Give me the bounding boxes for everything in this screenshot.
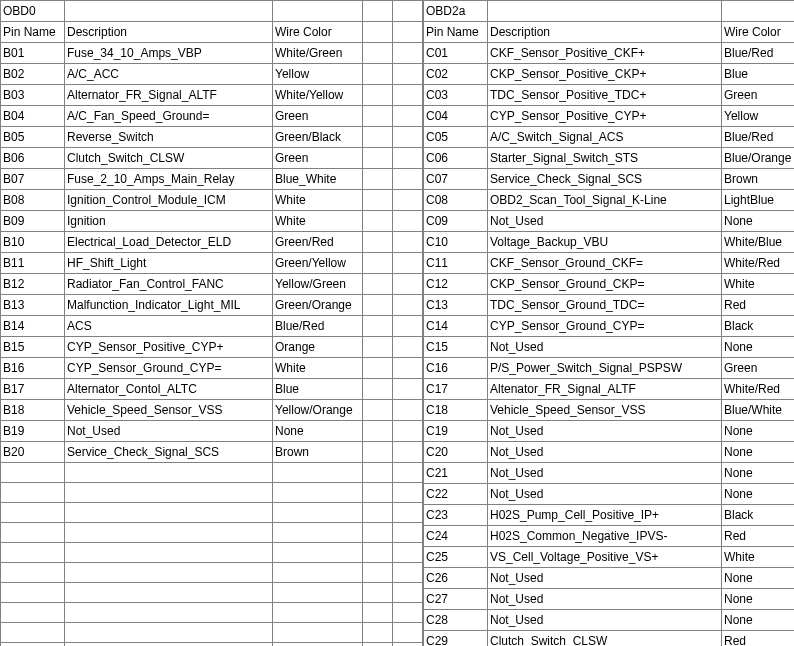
- wire-cell: None: [273, 421, 363, 442]
- table-row: C03TDC_Sensor_Positive_TDC+Green: [424, 85, 795, 106]
- empty-cell: [273, 463, 363, 483]
- empty-cell: [273, 1, 363, 22]
- wire-cell: None: [722, 442, 795, 463]
- table-row: B06Clutch_Switch_CLSWGreen: [1, 148, 423, 169]
- table-row: B18Vehicle_Speed_Sensor_VSSYellow/Orange: [1, 400, 423, 421]
- desc-cell: Clutch_Switch_CLSW: [65, 148, 273, 169]
- empty-cell: [393, 442, 423, 463]
- wire-cell: Yellow/Green: [273, 274, 363, 295]
- spreadsheet: OBD0Pin NameDescriptionWire ColorB01Fuse…: [0, 0, 794, 646]
- table-row: B05Reverse_SwitchGreen/Black: [1, 127, 423, 148]
- desc-cell: CKP_Sensor_Ground_CKP=: [488, 274, 722, 295]
- empty-cell: [65, 563, 273, 583]
- pin-cell: B20: [1, 442, 65, 463]
- pin-cell: B18: [1, 400, 65, 421]
- desc-cell: H02S_Pump_Cell_Positive_IP+: [488, 505, 722, 526]
- wire-cell: White: [722, 274, 795, 295]
- desc-cell: Not_Used: [488, 211, 722, 232]
- table-row: B13Malfunction_Indicator_Light_MILGreen/…: [1, 295, 423, 316]
- desc-cell: CKF_Sensor_Positive_CKF+: [488, 43, 722, 64]
- table-row: B02A/C_ACCYellow: [1, 64, 423, 85]
- wire-cell: None: [722, 463, 795, 484]
- pin-cell: C09: [424, 211, 488, 232]
- pin-cell: C12: [424, 274, 488, 295]
- empty-cell: [273, 583, 363, 603]
- desc-cell: Ignition: [65, 211, 273, 232]
- desc-cell: Not_Used: [488, 421, 722, 442]
- empty-cell: [273, 543, 363, 563]
- empty-cell: [393, 1, 423, 22]
- table-row: C11CKF_Sensor_Ground_CKF=White/Red: [424, 253, 795, 274]
- desc-cell: A/C_Switch_Signal_ACS: [488, 127, 722, 148]
- pin-cell: C07: [424, 169, 488, 190]
- right-title-row: OBD2a: [424, 1, 795, 22]
- desc-cell: OBD2_Scan_Tool_Signal_K-Line: [488, 190, 722, 211]
- empty-cell: [363, 43, 393, 64]
- left-title-cell: OBD0: [1, 1, 65, 22]
- desc-cell: TDC_Sensor_Ground_TDC=: [488, 295, 722, 316]
- desc-cell: Not_Used: [488, 568, 722, 589]
- empty-cell: [393, 503, 423, 523]
- col-header-desc: Description: [65, 22, 273, 43]
- table-row: B07Fuse_2_10_Amps_Main_RelayBlue_White: [1, 169, 423, 190]
- desc-cell: Clutch_Switch_CLSW: [488, 631, 722, 647]
- table-row: B14ACSBlue/Red: [1, 316, 423, 337]
- left-header-row: Pin NameDescriptionWire Color: [1, 22, 423, 43]
- wire-cell: Blue/Red: [722, 127, 795, 148]
- empty-cell: [363, 623, 393, 643]
- pin-cell: C18: [424, 400, 488, 421]
- empty-cell: [393, 127, 423, 148]
- col-header-pin: Pin Name: [424, 22, 488, 43]
- left-title-row: OBD0: [1, 1, 423, 22]
- table-row: C21Not_UsedNone: [424, 463, 795, 484]
- table-row: B20Service_Check_Signal_SCSBrown: [1, 442, 423, 463]
- empty-cell: [393, 643, 423, 647]
- empty-cell: [393, 295, 423, 316]
- desc-cell: A/C_ACC: [65, 64, 273, 85]
- table-row: C24H02S_Common_Negative_IPVS-Red: [424, 526, 795, 547]
- table-row: C07Service_Check_Signal_SCSBrown: [424, 169, 795, 190]
- pin-cell: C06: [424, 148, 488, 169]
- desc-cell: Not_Used: [488, 463, 722, 484]
- table-row: C12CKP_Sensor_Ground_CKP=White: [424, 274, 795, 295]
- empty-cell: [393, 274, 423, 295]
- table-row: C19Not_UsedNone: [424, 421, 795, 442]
- wire-cell: Green/Black: [273, 127, 363, 148]
- desc-cell: Not_Used: [488, 337, 722, 358]
- empty-cell: [393, 211, 423, 232]
- wire-cell: Blue/Orange: [722, 148, 795, 169]
- desc-cell: CKP_Sensor_Positive_CKP+: [488, 64, 722, 85]
- wire-cell: Green: [722, 358, 795, 379]
- left-table-block: OBD0Pin NameDescriptionWire ColorB01Fuse…: [0, 0, 423, 646]
- pin-cell: C05: [424, 127, 488, 148]
- empty-cell: [363, 643, 393, 647]
- desc-cell: Fuse_34_10_Amps_VBP: [65, 43, 273, 64]
- wire-cell: White: [273, 211, 363, 232]
- empty-cell: [363, 253, 393, 274]
- pin-cell: C11: [424, 253, 488, 274]
- table-row: C08OBD2_Scan_Tool_Signal_K-LineLightBlue: [424, 190, 795, 211]
- desc-cell: Alternator_Contol_ALTC: [65, 379, 273, 400]
- empty-cell: [393, 421, 423, 442]
- table-row: C25VS_Cell_Voltage_Positive_VS+White: [424, 547, 795, 568]
- pin-cell: C19: [424, 421, 488, 442]
- desc-cell: Malfunction_Indicator_Light_MIL: [65, 295, 273, 316]
- wire-cell: White/Yellow: [273, 85, 363, 106]
- pin-cell: C01: [424, 43, 488, 64]
- pin-cell: C16: [424, 358, 488, 379]
- desc-cell: Alternator_FR_Signal_ALTF: [65, 85, 273, 106]
- empty-cell: [363, 358, 393, 379]
- table-row: B01Fuse_34_10_Amps_VBPWhite/Green: [1, 43, 423, 64]
- desc-cell: CYP_Sensor_Positive_CYP+: [488, 106, 722, 127]
- wire-cell: None: [722, 589, 795, 610]
- wire-cell: Black: [722, 505, 795, 526]
- desc-cell: ACS: [65, 316, 273, 337]
- blank-row: [1, 543, 423, 563]
- empty-cell: [393, 603, 423, 623]
- desc-cell: Not_Used: [65, 421, 273, 442]
- empty-cell: [393, 190, 423, 211]
- empty-cell: [1, 463, 65, 483]
- table-row: C27Not_UsedNone: [424, 589, 795, 610]
- empty-cell: [363, 400, 393, 421]
- empty-cell: [393, 583, 423, 603]
